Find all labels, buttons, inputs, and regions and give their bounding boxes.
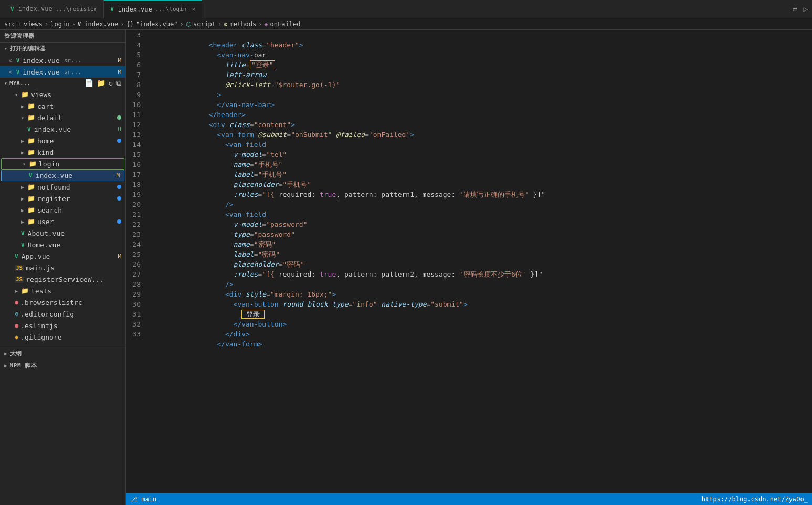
refresh-icon[interactable]: ↻	[109, 79, 113, 88]
detail-arrow: ▾	[21, 115, 24, 121]
user-folder-icon: 📁	[27, 218, 35, 225]
status-bar-url: https://blog.csdn.net/ZywOo_	[702, 496, 808, 503]
detail-folder-icon: 📁	[27, 114, 35, 121]
split-editor-icon[interactable]: ⇄	[793, 5, 797, 13]
bc-onfailed[interactable]: onFailed	[270, 20, 301, 28]
close-editor1-icon[interactable]: ✕	[8, 57, 12, 64]
vue-icon-editor2: V	[16, 69, 20, 76]
code-line-11: <div class="content">	[151, 110, 808, 120]
views-arrow: ▾	[15, 92, 18, 98]
gitignore-label: .gitignore	[20, 333, 61, 341]
vue-icon-app: V	[15, 253, 18, 260]
tab2-path: ...\login	[155, 6, 187, 13]
main-js-label: main.js	[26, 264, 55, 272]
kind-label: kind	[37, 149, 54, 156]
js-icon-main: JS	[15, 265, 24, 271]
npm-section[interactable]: ▶ NPM 脚本	[0, 360, 125, 372]
bc-onfailed-icon: ◈	[264, 20, 268, 28]
open-file1-badge: M	[118, 57, 121, 64]
close-tab2-icon[interactable]: ✕	[192, 6, 195, 13]
new-folder-icon[interactable]: 📁	[97, 79, 106, 88]
bc-script-icon: ⬡	[186, 20, 191, 28]
search-folder-icon: 📁	[27, 206, 35, 214]
bc-views[interactable]: views	[24, 20, 43, 28]
sidebar-item-editorconfig[interactable]: ⚙ .editorconfig	[0, 308, 125, 320]
outline-section[interactable]: ▶ 大纲	[0, 348, 125, 360]
tab-register[interactable]: V index.vue ...\register	[4, 0, 104, 18]
sidebar-item-detail[interactable]: ▾ 📁 detail	[0, 112, 125, 123]
sidebar-item-main-js[interactable]: JS main.js	[0, 262, 125, 273]
close-editor2-icon[interactable]: ✕	[8, 69, 12, 76]
myapp-toolbar: 📄 📁 ↻ ⧉	[85, 79, 121, 88]
code-line-3: <header class="header">	[151, 30, 808, 40]
register-label: register	[37, 195, 70, 203]
sidebar-item-browserslistrc[interactable]: ● .browserslistrc	[0, 297, 125, 308]
tests-label: tests	[31, 287, 51, 295]
sidebar-item-notfound[interactable]: ▶ 📁 notfound	[0, 181, 125, 193]
about-label: About.vue	[28, 229, 65, 237]
bc-script[interactable]: script	[193, 20, 216, 28]
sidebar-item-login[interactable]: ▾ 📁 login	[1, 158, 124, 170]
top-bar-actions: ⇄ ▷	[793, 5, 808, 13]
collapse-icon[interactable]: ⧉	[116, 79, 121, 88]
sidebar-item-home[interactable]: ▶ 📁 home	[0, 135, 125, 146]
open-file1-path: sr...	[64, 57, 81, 64]
sidebar-item-home-vue[interactable]: V Home.vue	[0, 239, 125, 250]
bc-file[interactable]: index.vue	[84, 20, 118, 28]
code-content[interactable]: 3 4 5 6 7 8 9 10 11 12 13 14 15 16 17 18…	[126, 30, 812, 493]
open-file2-path: sr...	[64, 69, 81, 76]
notfound-folder-icon: 📁	[27, 183, 35, 191]
line-numbers: 3 4 5 6 7 8 9 10 11 12 13 14 15 16 17 18…	[126, 30, 147, 493]
code-line-28: <div style="margin: 16px;">	[151, 279, 808, 289]
open-editor-item-1[interactable]: ✕ V index.vue sr... M	[0, 55, 125, 66]
home-arrow: ▶	[21, 138, 24, 144]
bc-methods[interactable]: methods	[230, 20, 257, 28]
top-bar: V index.vue ...\register V index.vue ...…	[0, 0, 812, 18]
login-label: login	[39, 160, 59, 168]
bc-src[interactable]: src	[4, 20, 16, 28]
run-icon[interactable]: ▷	[804, 5, 808, 13]
open-editors-arrow: ▾	[4, 46, 8, 51]
sidebar-item-tests[interactable]: ▶ 📁 tests	[0, 285, 125, 297]
sidebar-item-register[interactable]: ▶ 📁 register	[0, 193, 125, 204]
login-arrow: ▾	[23, 161, 26, 167]
myapp-arrow[interactable]: ▾	[4, 80, 7, 86]
sidebar-item-user[interactable]: ▶ 📁 user	[0, 216, 125, 227]
cart-folder-icon: 📁	[27, 102, 35, 110]
sidebar-item-kind[interactable]: ▶ 📁 kind	[0, 146, 125, 158]
bc-methods-icon: ⚙	[224, 20, 227, 28]
open-file2-badge: M	[118, 69, 121, 76]
login-folder-icon: 📁	[29, 160, 37, 167]
sidebar-item-eslintrc[interactable]: ● .eslintjs	[0, 320, 125, 331]
login-index-label: index.vue	[36, 172, 72, 180]
open-file1-name: index.vue	[23, 57, 59, 65]
kind-arrow: ▶	[21, 150, 24, 155]
vue-icon-login: V	[29, 172, 33, 179]
sidebar-item-register-service[interactable]: JS registerServiceW...	[0, 273, 125, 285]
sidebar-item-about[interactable]: V About.vue	[0, 227, 125, 239]
myapp-section-header: ▾ MYA... 📄 📁 ↻ ⧉	[0, 78, 125, 89]
sidebar: 资源管理器 ▾ 打开的编辑器 ✕ V index.vue sr... M ✕ V…	[0, 30, 126, 505]
sidebar-item-login-index[interactable]: V index.vue M	[1, 170, 124, 181]
new-file-icon[interactable]: 📄	[85, 79, 93, 88]
sidebar-item-cart[interactable]: ▶ 📁 cart	[0, 100, 125, 112]
app-vue-label: App.vue	[22, 252, 50, 260]
vue-icon-tab1: V	[10, 6, 14, 13]
sidebar-item-search[interactable]: ▶ 📁 search	[0, 204, 125, 216]
open-editors-section[interactable]: ▾ 打开的编辑器	[0, 43, 125, 55]
sidebar-item-app[interactable]: V App.vue M	[0, 250, 125, 262]
code-lines[interactable]: <header class="header"> <van-nav-bar tit…	[147, 30, 812, 493]
detail-label: detail	[37, 114, 62, 122]
home-vue-label: Home.vue	[28, 241, 61, 249]
tab2-filename: index.vue	[118, 6, 152, 13]
npm-label: NPM 脚本	[10, 362, 37, 370]
bc-login[interactable]: login	[50, 20, 69, 28]
code-line-9: </van-nav-bar>	[151, 90, 808, 100]
sidebar-item-gitignore[interactable]: ◆ .gitignore	[0, 331, 125, 343]
bc-quote-file: "index.vue"	[136, 20, 177, 28]
sidebar-item-detail-index[interactable]: V index.vue U	[0, 123, 125, 135]
tab-login[interactable]: V index.vue ...\login ✕	[104, 0, 202, 18]
sidebar-item-views[interactable]: ▾ 📁 views	[0, 89, 125, 100]
open-editor-item-2[interactable]: ✕ V index.vue sr... M	[0, 66, 125, 78]
vue-icon-bc: V	[78, 20, 81, 27]
